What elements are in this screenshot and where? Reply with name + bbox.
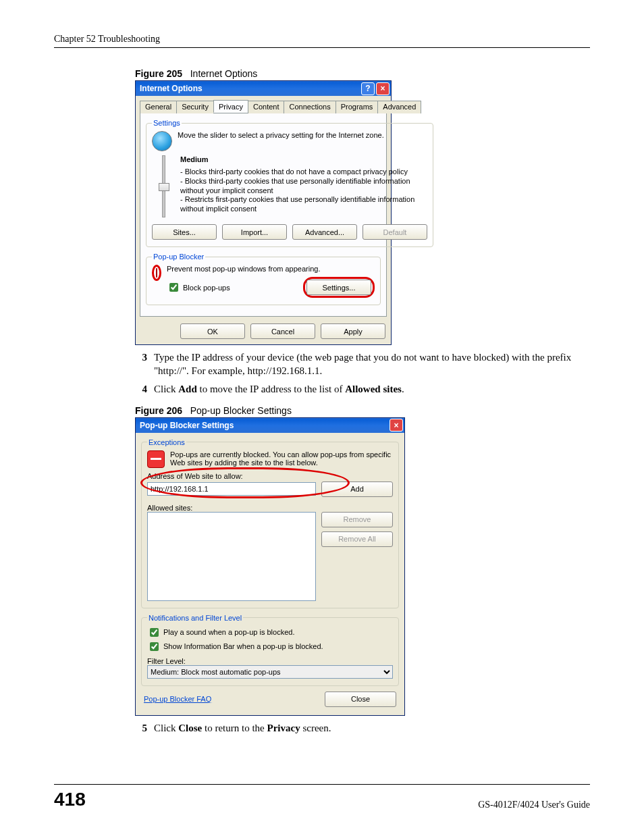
guide-name: GS-4012F/4024 User's Guide — [478, 800, 590, 810]
popup-dialog-title: Pop-up Blocker Settings — [140, 421, 234, 430]
sites-button[interactable]: Sites... — [152, 224, 217, 240]
advanced-button[interactable]: Advanced... — [292, 224, 357, 240]
close-icon[interactable]: × — [376, 82, 390, 95]
popup-blocker-group: Pop-up Blocker Prevent most pop-up windo… — [146, 253, 381, 305]
figure-205-label: Figure 205 — [135, 68, 182, 79]
filter-level-label: Filter Level: — [147, 657, 393, 665]
stop-icon — [147, 450, 165, 468]
notifications-group: Notifications and Filter Level Play a so… — [141, 614, 399, 686]
import-button[interactable]: Import... — [222, 224, 287, 240]
privacy-slider[interactable] — [157, 155, 169, 217]
notifications-legend: Notifications and Filter Level — [147, 614, 243, 622]
figure-206-caption: Figure 206 Pop-up Blocker Settings — [135, 405, 590, 416]
figure-205-title: Internet Options — [190, 68, 258, 79]
step-5-text: Click Close to return to the Privacy scr… — [154, 721, 331, 735]
popup-settings-dialog: Pop-up Blocker Settings × Exceptions Pop… — [135, 417, 405, 716]
privacy-description: - Blocks third-party cookies that do not… — [180, 167, 427, 214]
popup-faq-link[interactable]: Pop-up Blocker FAQ — [144, 695, 211, 703]
show-info-bar-label: Show Information Bar when a pop-up is bl… — [163, 642, 323, 650]
step-5-part-c: to return to the — [202, 723, 267, 733]
exceptions-legend: Exceptions — [147, 438, 186, 446]
tab-general[interactable]: General — [140, 101, 177, 113]
step-4-part-b: Add — [178, 384, 197, 394]
block-popups-label: Block pop-ups — [183, 284, 230, 292]
tab-privacy[interactable]: Privacy — [213, 100, 248, 113]
help-icon[interactable]: ? — [361, 82, 375, 95]
figure-206-title: Pop-up Blocker Settings — [190, 405, 292, 416]
step-5-part-e: screen. — [300, 723, 331, 733]
figure-205-caption: Figure 205 Internet Options — [135, 68, 590, 79]
play-sound-checkbox[interactable]: Play a sound when a pop-up is blocked. — [147, 626, 393, 639]
close-icon[interactable]: × — [390, 419, 403, 432]
figure-206-label: Figure 206 — [135, 405, 182, 416]
step-4-number: 4 — [135, 382, 147, 396]
step-4-part-c: to move the IP address to the list of — [197, 384, 345, 394]
annotation-circle-settings: Settings... — [303, 277, 375, 298]
step-5-part-a: Click — [154, 723, 178, 733]
privacy-level: Medium — [180, 155, 427, 163]
step-5-part-b: Close — [178, 723, 202, 733]
tabs-row: General Security Privacy Content Connect… — [140, 100, 387, 113]
remove-all-button[interactable]: Remove All — [321, 531, 393, 547]
popup-intro: Prevent most pop-up windows from appeari… — [167, 265, 375, 273]
page-number: 418 — [54, 789, 86, 810]
popup-settings-titlebar[interactable]: Pop-up Blocker Settings × — [136, 418, 404, 433]
step-5-number: 5 — [135, 721, 147, 735]
dialog-title: Internet Options — [140, 84, 203, 93]
address-input[interactable] — [147, 482, 316, 496]
default-button[interactable]: Default — [363, 224, 427, 240]
step-5-part-d: Privacy — [267, 723, 300, 733]
popup-blocker-legend: Pop-up Blocker — [152, 253, 205, 261]
block-popups-checkbox[interactable]: Block pop-ups — [167, 281, 230, 294]
step-4-part-a: Click — [154, 384, 178, 394]
show-info-bar-checkbox[interactable]: Show Information Bar when a pop-up is bl… — [147, 640, 393, 653]
annotation-circle-icon — [152, 265, 161, 281]
step-4-part-e: . — [402, 384, 404, 394]
filter-level-select[interactable]: Medium: Block most automatic pop-ups — [147, 665, 393, 679]
step-3-number: 3 — [135, 350, 147, 378]
tab-programs[interactable]: Programs — [336, 101, 379, 113]
tab-advanced[interactable]: Advanced — [377, 101, 421, 113]
exceptions-intro: Pop-ups are currently blocked. You can a… — [170, 450, 393, 467]
stop-icon — [156, 268, 157, 278]
popup-settings-button[interactable]: Settings... — [306, 280, 371, 295]
allowed-sites-list[interactable] — [147, 512, 316, 601]
ok-button[interactable]: OK — [180, 323, 245, 339]
remove-button[interactable]: Remove — [321, 512, 393, 527]
tab-security[interactable]: Security — [176, 101, 214, 113]
close-button[interactable]: Close — [325, 692, 396, 707]
allowed-sites-label: Allowed sites: — [147, 504, 393, 512]
address-label: Address of Web site to allow: — [147, 472, 393, 480]
world-icon — [152, 131, 172, 151]
internet-options-titlebar[interactable]: Internet Options ? × — [136, 81, 391, 96]
settings-legend: Settings — [152, 119, 182, 127]
page-header: Chapter 52 Troubleshooting — [54, 34, 590, 48]
apply-button[interactable]: Apply — [321, 323, 385, 339]
step-4-text: Click Add to move the IP address to the … — [154, 382, 404, 396]
play-sound-label: Play a sound when a pop-up is blocked. — [163, 628, 294, 636]
settings-group: Settings Move the slider to select a pri… — [146, 119, 433, 247]
exceptions-group: Exceptions Pop-ups are currently blocked… — [141, 438, 399, 608]
settings-intro: Move the slider to select a privacy sett… — [178, 131, 427, 139]
add-button[interactable]: Add — [321, 481, 393, 497]
internet-options-dialog: Internet Options ? × General Security Pr… — [135, 80, 392, 345]
step-4-part-d: Allowed sites — [345, 384, 402, 394]
step-3-text: Type the IP address of your device (the … — [154, 350, 590, 378]
cancel-button[interactable]: Cancel — [250, 323, 315, 339]
tab-connections[interactable]: Connections — [284, 101, 336, 113]
tab-content[interactable]: Content — [248, 101, 285, 113]
